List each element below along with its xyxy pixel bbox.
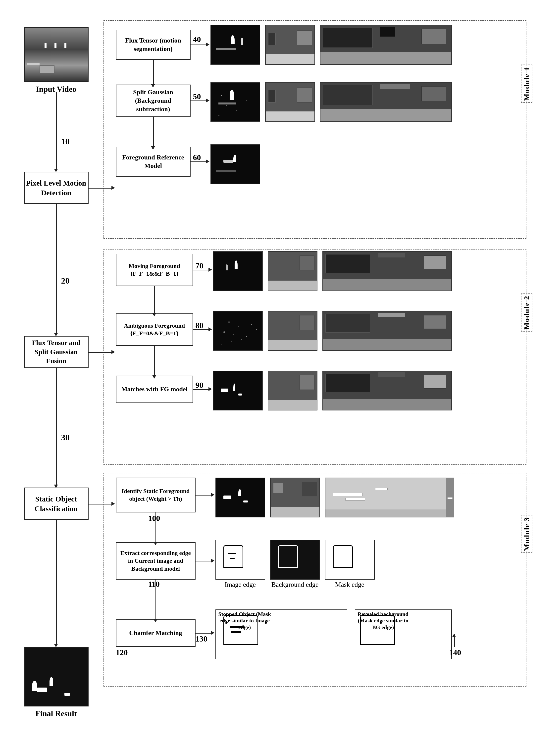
step-140: 140 — [449, 648, 461, 657]
arrowhead-fgref-imgs — [206, 160, 209, 163]
extract-edge-label: Extract corresponding edge in Current im… — [116, 548, 195, 574]
ftsg-box: Flux Tensor and Split Gaussian Fusion — [24, 336, 89, 368]
step-30: 30 — [61, 433, 70, 442]
arrowhead-afg-imgs — [208, 327, 212, 331]
split-gaussian-label: Split Gaussian (Background subtraction) — [116, 87, 190, 115]
sg-img1 — [210, 82, 260, 122]
fgref-img1 — [210, 144, 260, 184]
mfg-img2 — [268, 251, 318, 291]
afg-img1 — [213, 311, 263, 351]
flux-tensor-box: Flux Tensor (motion segmentation) — [116, 30, 191, 60]
arrow-plmd-module1 — [89, 188, 113, 189]
step-50: 50 — [193, 92, 201, 101]
identify-static-box: Identify Static Foreground object (Weigh… — [116, 477, 195, 512]
stopped-object-img: Stopped Object (Maskedge similar to Imag… — [215, 609, 347, 659]
arrowhead-soc-module3 — [112, 502, 115, 506]
module3-label: Module 3 — [521, 515, 532, 553]
arrow-ee-imgs — [195, 561, 213, 561]
sg-img3 — [320, 82, 452, 122]
step-40: 40 — [193, 35, 201, 44]
ft-img1 — [210, 25, 260, 65]
arrowhead-mfgm-imgs — [208, 387, 212, 391]
diagram-container: Module 1 Module 2 Module 3 Input Video 1… — [19, 15, 541, 748]
step-120: 120 — [116, 648, 128, 657]
image-edge-img — [215, 540, 265, 580]
extract-edge-box: Extract corresponding edge in Current im… — [116, 542, 195, 580]
arrow-mfg-afg — [154, 286, 155, 313]
arrowhead-ee-chamfer — [154, 619, 158, 623]
arrowhead-is-imgs — [211, 493, 214, 497]
step-20: 20 — [61, 276, 70, 285]
step-100: 100 — [148, 514, 160, 523]
is-img1 — [215, 477, 265, 517]
mfg-img1 — [213, 251, 263, 291]
step-110: 110 — [148, 580, 160, 589]
arrowhead-is-ee — [154, 542, 158, 545]
arrow-soc-module3 — [89, 504, 113, 505]
arrow-mfg-imgs — [193, 270, 210, 271]
module1-label: Module 1 — [521, 65, 532, 103]
matches-fg-box: Matches with FG model — [116, 376, 193, 403]
is-img2 — [270, 477, 320, 517]
plmd-label: Pixel Level Motion Detection — [25, 178, 88, 197]
step-60: 60 — [193, 153, 201, 162]
arrow-mfgm-imgs — [193, 389, 210, 390]
arrow-ee-chamfer — [156, 580, 156, 620]
ambiguous-fg-label: Ambiguous Foreground {F_F=0&&F_B=1} — [116, 320, 192, 339]
arrowhead-ft-imgs — [206, 43, 209, 47]
step-80: 80 — [195, 321, 204, 330]
arrowhead-afg-mfgm — [152, 375, 156, 379]
mfgm-img1 — [213, 371, 263, 411]
chamfer-label: Chamfer Matching — [127, 627, 184, 639]
arrow-is-imgs — [195, 495, 213, 495]
mask-edge-label: Mask edge — [325, 581, 375, 588]
ambiguous-fg-box: Ambiguous Foreground {F_F=0&&F_B=1} — [116, 313, 193, 346]
step-90: 90 — [195, 380, 204, 390]
mfgm-img3 — [322, 371, 452, 411]
moving-fg-box: Moving Foreground {F_F=1&&F_B=1} — [116, 254, 193, 286]
matches-fg-label: Matches with FG model — [120, 383, 189, 395]
background-edge-img — [270, 540, 320, 580]
step-130: 130 — [195, 634, 208, 644]
arrow-chamfer-imgs — [195, 633, 213, 634]
arrow-plmd-ftsg — [56, 204, 57, 333]
arrow-ft-imgs — [191, 45, 208, 45]
flux-tensor-label: Flux Tensor (motion segmentation) — [116, 35, 190, 55]
revealed-bg-img: Revealed background(Mask edge similar to… — [355, 609, 452, 659]
image-edge-label: Image edge — [215, 581, 265, 588]
arrowhead-ee-imgs — [211, 559, 214, 563]
fg-ref-label: Foreground Reference Model — [116, 152, 190, 172]
arrow-inputvideo-plmd — [56, 92, 57, 169]
mfg-img3 — [322, 251, 452, 291]
arrow-soc-final — [56, 520, 57, 644]
background-edge-label: Background edge — [270, 581, 320, 588]
arrow-afg-imgs — [193, 329, 210, 330]
sg-img2 — [265, 82, 315, 122]
soc-label: Static Object Classification — [25, 494, 88, 513]
soc-box: Static Object Classification — [24, 488, 89, 520]
step-70: 70 — [195, 261, 204, 271]
arrow-is-ee — [156, 512, 156, 542]
afg-img3 — [322, 311, 452, 351]
mask-edge-img — [325, 540, 375, 580]
moving-fg-label: Moving Foreground {F_F=1&&F_B=1} — [116, 261, 192, 279]
arrowhead-plmd-module1 — [112, 186, 115, 190]
input-video-box — [24, 27, 89, 82]
ftsg-label: Flux Tensor and Split Gaussian Fusion — [27, 338, 85, 366]
split-gaussian-box: Split Gaussian (Background subtraction) — [116, 85, 191, 117]
ft-img3 — [320, 25, 452, 65]
plmd-box: Pixel Level Motion Detection — [24, 172, 89, 204]
module2-label: Module 2 — [521, 294, 532, 332]
arrow-sg-imgs — [191, 100, 208, 101]
arrowhead-ft-sg-v — [151, 84, 155, 88]
ft-img2 — [265, 25, 315, 65]
arrowhead-sg-fgref-v — [151, 146, 155, 150]
final-result-box — [24, 647, 89, 706]
arrow-sg-fgref-v — [153, 117, 154, 147]
chamfer-box: Chamfer Matching — [116, 620, 195, 647]
arrow-ftsg-soc — [56, 368, 57, 485]
arrowhead-chamfer-imgs — [211, 631, 214, 635]
arrow-fgref-imgs — [191, 161, 208, 162]
is-img3: ▐ — [325, 477, 454, 517]
step-10: 10 — [61, 137, 70, 146]
